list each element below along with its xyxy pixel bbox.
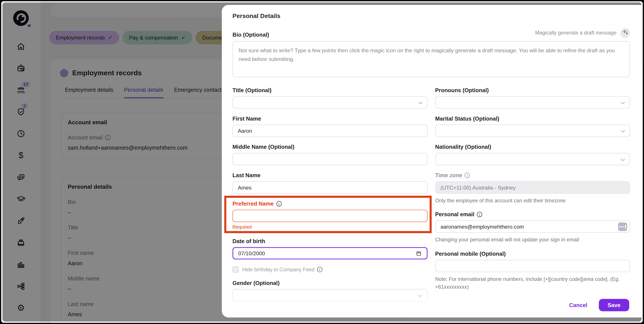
personal-email-input[interactable] bbox=[440, 224, 616, 230]
calendar-icon[interactable] bbox=[415, 250, 422, 256]
personal-email-note: Changing your personal email will not up… bbox=[435, 236, 630, 244]
magic-hint: Magically generate a draft message bbox=[535, 30, 616, 36]
sparkles-icon bbox=[622, 29, 628, 37]
timezone-field-label: Time zone bbox=[435, 172, 462, 178]
personal-details-drawer: Personal Details Bio (Optional) Magicall… bbox=[222, 5, 642, 317]
preferred-name-field-group: Preferred Name Required bbox=[232, 201, 428, 229]
preferred-name-input[interactable] bbox=[238, 213, 422, 219]
last-name-field-label: Last Name bbox=[232, 172, 428, 178]
form-left-column: Title (Optional) First Name Middle Name … bbox=[232, 87, 428, 308]
first-name-field-label: First Name bbox=[232, 116, 428, 122]
middle-name-field-label: Middle Name (Optional) bbox=[232, 144, 428, 150]
info-icon[interactable] bbox=[317, 267, 322, 272]
drawer-title: Personal Details bbox=[232, 12, 630, 19]
pronouns-select[interactable] bbox=[435, 96, 630, 109]
hide-birthday-label: Hide birthday in Company Feed bbox=[242, 267, 314, 273]
magic-generate-button[interactable] bbox=[620, 28, 630, 38]
gender-select[interactable] bbox=[232, 289, 428, 301]
personal-mobile-note: Note: For international phone numbers, i… bbox=[435, 275, 630, 291]
chevron-down-icon bbox=[418, 100, 422, 104]
personal-email-field-label: Personal email bbox=[435, 211, 474, 218]
app-window: 17 7 $ bbox=[1, 1, 643, 323]
info-icon[interactable] bbox=[477, 212, 482, 217]
bio-textarea[interactable] bbox=[232, 41, 630, 77]
hide-birthday-checkbox[interactable] bbox=[232, 266, 239, 273]
pronouns-field-label: Pronouns (Optional) bbox=[435, 87, 630, 93]
chevron-down-icon bbox=[621, 129, 625, 133]
chevron-down-icon bbox=[621, 157, 625, 161]
preferred-name-field-label: Preferred Name bbox=[232, 201, 274, 207]
info-icon[interactable] bbox=[276, 201, 282, 207]
timezone-input-disabled: (UTC+11:00) Australia - Sydney bbox=[435, 181, 630, 194]
personal-mobile-input[interactable] bbox=[440, 263, 625, 269]
marital-status-field-label: Marital Status (Optional) bbox=[435, 116, 630, 122]
title-select[interactable] bbox=[232, 96, 428, 109]
save-button[interactable]: Save bbox=[599, 299, 629, 311]
password-manager-icon[interactable] bbox=[618, 223, 627, 231]
last-name-input[interactable] bbox=[238, 184, 422, 190]
nationality-field-label: Nationality (Optional) bbox=[435, 144, 630, 150]
screen-frame: 17 7 $ bbox=[0, 0, 644, 324]
chevron-down-icon bbox=[418, 293, 422, 297]
drawer-footer: Cancel Save bbox=[569, 299, 629, 311]
bio-field-label: Bio (Optional) bbox=[232, 32, 269, 38]
marital-status-select[interactable] bbox=[435, 124, 630, 137]
title-field-label: Title (Optional) bbox=[232, 87, 428, 93]
chevron-down-icon bbox=[621, 100, 625, 104]
form-right-column: Pronouns (Optional) Marital Status (Opti… bbox=[435, 87, 630, 308]
first-name-input[interactable] bbox=[238, 128, 422, 134]
dob-field-label: Date of birth bbox=[232, 238, 428, 244]
gender-field-label: Gender (Optional) bbox=[232, 280, 428, 286]
timezone-note: Only the employee of this account can ed… bbox=[435, 197, 630, 205]
required-error-text: Required bbox=[232, 224, 428, 229]
nationality-select[interactable] bbox=[435, 153, 630, 165]
middle-name-input[interactable] bbox=[238, 156, 422, 162]
dob-input[interactable]: 07/10/2000 bbox=[232, 247, 428, 259]
personal-mobile-field-label: Personal mobile (Optional) bbox=[435, 251, 630, 257]
cancel-button[interactable]: Cancel bbox=[569, 302, 587, 308]
info-icon bbox=[465, 173, 470, 178]
